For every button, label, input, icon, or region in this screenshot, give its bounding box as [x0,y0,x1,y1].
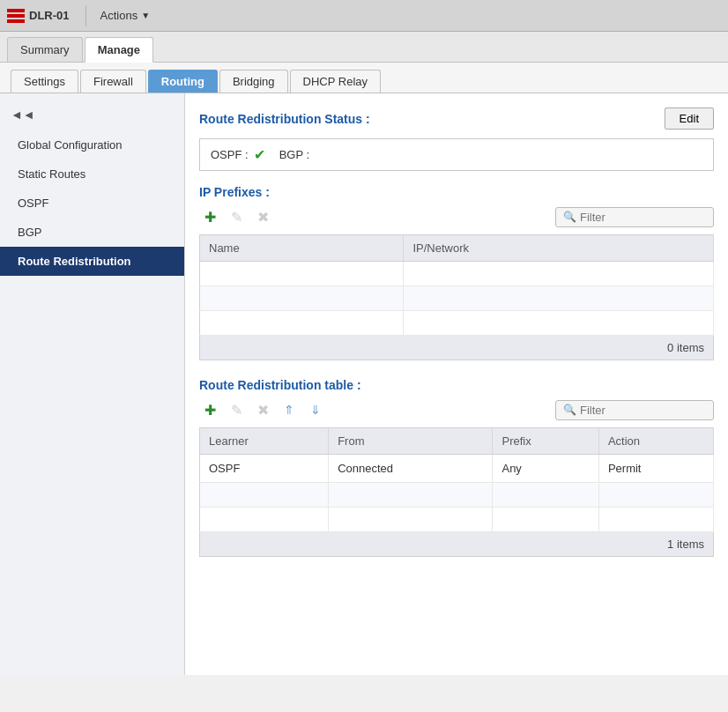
top-bar-separator [85,5,86,26]
redistribution-edit-button[interactable]: ✎ [226,399,247,420]
sidebar-item-route-redistribution[interactable]: Route Redistribution [0,247,184,276]
chevron-down-icon: ▼ [141,11,150,20]
sidebar: ◄◄ Global Configuration Static Routes OS… [0,93,185,675]
ip-prefixes-add-button[interactable]: ✚ [199,206,220,227]
device-name: DLR-01 [29,9,70,22]
redistribution-add-button[interactable]: ✚ [199,399,220,420]
table-row [200,508,714,532]
redistribution-col-from: From [329,428,493,455]
redistribution-cell-learner: OSPF [200,455,329,483]
ip-prefixes-table: Name IP/Network [199,234,714,336]
redistribution-delete-button[interactable]: ✖ [252,399,273,420]
device-icon [7,9,25,23]
ip-prefixes-col-name: Name [200,235,404,262]
tab-manage[interactable]: Manage [85,37,153,63]
redistribution-move-down-button[interactable]: ⇓ [305,399,326,420]
ip-prefixes-col-network: IP/Network [404,235,714,262]
sidebar-item-static-routes[interactable]: Static Routes [0,159,184,189]
sidebar-item-ospf[interactable]: OSPF [0,189,184,218]
ip-prefixes-footer: 0 items [199,336,714,360]
redistribution-cell-action: Permit [598,455,713,483]
redistribution-table-title: Route Redistribution table : [199,378,714,392]
redistribution-col-learner: Learner [200,428,329,455]
ip-prefixes-edit-button[interactable]: ✎ [226,206,247,227]
redistribution-col-prefix: Prefix [493,428,598,455]
ip-prefixes-toolbar: ✚ ✎ ✖ 🔍 ▼ [199,206,714,227]
tab-bar: Summary Manage [0,32,728,63]
status-row: OSPF : ✔ BGP : [199,138,714,171]
ospf-label: OSPF : [211,148,249,161]
redistribution-status-header: Route Redistribution Status : Edit [199,108,714,130]
ip-prefixes-filter-box: 🔍 ▼ [555,207,714,227]
sub-tab-firewall[interactable]: Firewall [80,70,146,93]
right-panel: Route Redistribution Status : Edit OSPF … [185,93,728,675]
redistribution-footer: 1 items [199,532,714,557]
redistribution-move-up-button[interactable]: ⇑ [279,399,300,420]
ospf-check-icon: ✔ [254,146,265,163]
sidebar-item-bgp[interactable]: BGP [0,218,184,247]
table-row [200,311,714,336]
bgp-label: BGP : [279,148,309,161]
table-row[interactable]: OSPF Connected Any Permit [200,455,714,483]
redistribution-toolbar: ✚ ✎ ✖ ⇑ ⇓ 🔍 ▼ [199,399,714,420]
ip-prefixes-filter-input[interactable] [580,211,728,224]
ip-prefixes-title: IP Prefixes : [199,185,714,199]
actions-label: Actions [100,9,138,22]
redistribution-cell-prefix: Any [493,455,598,483]
device-logo: DLR-01 [7,9,70,23]
sub-tab-settings[interactable]: Settings [11,70,78,93]
redistribution-col-action: Action [598,428,713,455]
table-row [200,286,714,311]
sidebar-item-global-configuration[interactable]: Global Configuration [0,130,184,159]
ip-prefixes-section: IP Prefixes : ✚ ✎ ✖ 🔍 ▼ Name IP/Network [199,185,714,360]
table-row [200,262,714,286]
table-row [200,483,714,508]
ip-prefixes-delete-button[interactable]: ✖ [252,206,273,227]
redistribution-filter-input[interactable] [580,404,728,417]
top-bar: DLR-01 Actions ▼ [0,0,728,32]
redistribution-filter-box: 🔍 ▼ [555,400,714,420]
search-icon: 🔍 [563,211,576,223]
redistribution-table: Learner From Prefix Action OSPF Connecte… [199,427,714,532]
redistribution-status-title: Route Redistribution Status : [199,112,370,126]
main-content: ◄◄ Global Configuration Static Routes OS… [0,93,728,675]
bgp-status-item: BGP : [279,148,309,161]
sub-tab-routing[interactable]: Routing [148,70,218,93]
sub-tab-bar: Settings Firewall Routing Bridging DHCP … [0,63,728,93]
redistribution-cell-from: Connected [329,455,493,483]
tab-summary[interactable]: Summary [7,37,83,62]
actions-button[interactable]: Actions ▼ [93,5,158,26]
edit-button[interactable]: Edit [665,108,714,130]
sub-tab-dhcp-relay[interactable]: DHCP Relay [290,70,381,93]
sub-tab-bridging[interactable]: Bridging [219,70,288,93]
redistribution-section: Route Redistribution table : ✚ ✎ ✖ ⇑ ⇓ 🔍… [199,378,714,557]
sidebar-collapse-button[interactable]: ◄◄ [0,102,46,127]
search-icon: 🔍 [563,404,576,416]
ospf-status-item: OSPF : ✔ [211,146,265,163]
